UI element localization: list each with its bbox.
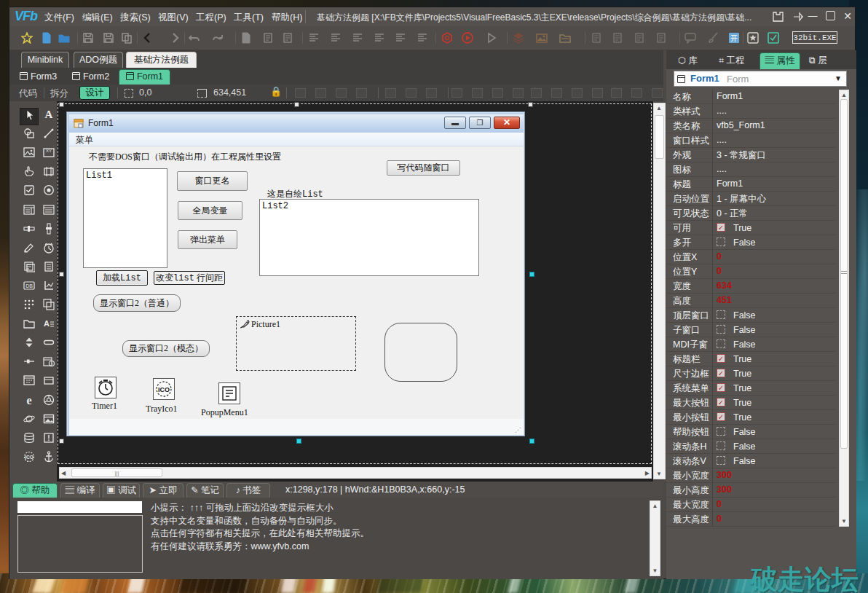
svg-text:DB: DB	[25, 283, 33, 288]
svg-text:XY: XY	[46, 149, 52, 153]
svg-text:ICO: ICO	[25, 454, 33, 459]
svg-text:A: A	[45, 109, 53, 120]
svg-text:开: 开	[730, 34, 738, 42]
svg-text:e: e	[26, 394, 31, 406]
svg-text:!: !	[47, 434, 50, 442]
svg-text:A: A	[44, 319, 50, 328]
svg-text:ICO: ICO	[158, 386, 170, 393]
